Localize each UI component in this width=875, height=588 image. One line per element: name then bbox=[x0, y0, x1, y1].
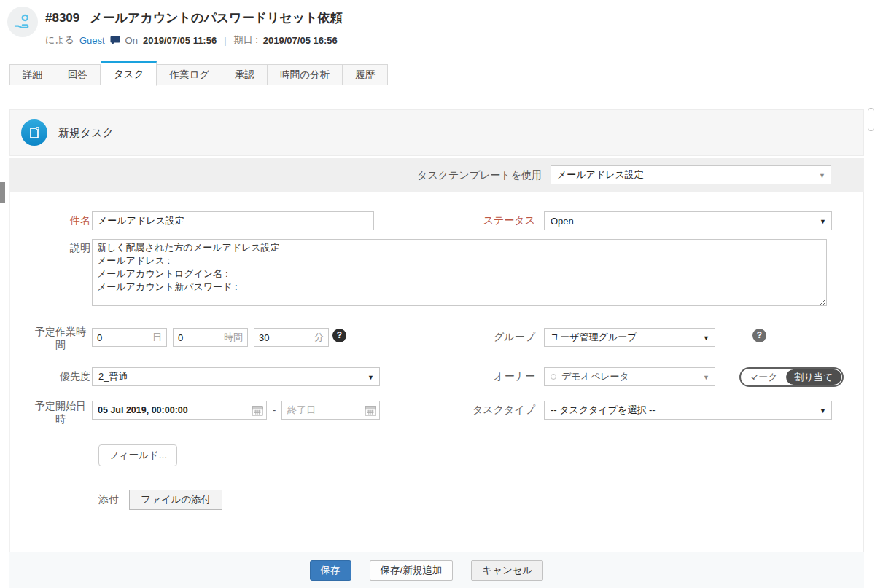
template-band: タスクテンプレートを使用 メールアドレス設定 ▼ bbox=[9, 158, 864, 192]
save-and-add-button[interactable]: 保存/新規追加 bbox=[370, 560, 454, 581]
tab-tasks[interactable]: タスク bbox=[101, 61, 157, 86]
group-label: グループ bbox=[444, 331, 535, 344]
attachment-label: 添付 bbox=[98, 493, 119, 506]
estimated-days-field: 日 bbox=[92, 328, 167, 347]
due-label: 期日 : bbox=[234, 34, 258, 47]
hand-person-icon bbox=[13, 12, 33, 32]
hours-unit-label: 時間 bbox=[224, 331, 247, 344]
presence-offline-icon bbox=[551, 374, 556, 380]
estimated-hours-field: 時間 bbox=[173, 328, 248, 347]
mark-option[interactable]: マーク bbox=[741, 371, 786, 384]
template-label: タスクテンプレートを使用 bbox=[301, 169, 542, 182]
ticket-page: #8309メールアカウントのパスワードリセット依頼 による Guest On 2… bbox=[0, 0, 875, 588]
save-button[interactable]: 保存 bbox=[310, 560, 351, 581]
ticket-id: #8309 bbox=[45, 11, 79, 25]
description-label: 説明 bbox=[23, 242, 90, 255]
requester-link[interactable]: Guest bbox=[79, 35, 105, 46]
page-title: #8309メールアカウントのパスワードリセット依頼 bbox=[45, 9, 343, 26]
tasktype-label: タスクタイプ bbox=[444, 404, 535, 417]
on-label: On bbox=[125, 35, 138, 46]
status-select[interactable]: Open ▼ bbox=[544, 211, 832, 230]
tab-history[interactable]: 履歴 bbox=[343, 64, 388, 85]
estimated-days-input[interactable] bbox=[93, 332, 152, 343]
ticket-meta: による Guest On 2019/07/05 11:56 | 期日 : 201… bbox=[45, 34, 338, 47]
subject-label: 件名 bbox=[23, 214, 90, 227]
estimated-time-help-icon[interactable]: ? bbox=[332, 329, 346, 342]
scheduled-end-input[interactable] bbox=[287, 405, 365, 415]
meta-divider: | bbox=[222, 35, 228, 46]
due-timestamp: 2019/07/05 16:56 bbox=[263, 35, 338, 46]
attach-file-button[interactable]: ファイルの添付 bbox=[129, 490, 222, 510]
side-panel-handle[interactable] bbox=[0, 182, 5, 203]
calendar-icon[interactable] bbox=[252, 405, 263, 416]
tasktype-select[interactable]: -- タスクタイプを選択 -- ▼ bbox=[544, 401, 832, 420]
tab-bar: 詳細 回答 タスク 作業ログ 承認 時間の分析 履歴 bbox=[9, 60, 388, 85]
group-help-icon[interactable]: ? bbox=[752, 329, 766, 342]
status-label: ステータス bbox=[444, 214, 535, 227]
template-select[interactable]: メールアドレス設定 ▼ bbox=[551, 165, 831, 184]
requester-avatar-icon bbox=[7, 7, 38, 37]
form-footer: 保存 保存/新規追加 キャンセル bbox=[9, 552, 864, 588]
tasktype-select-value: -- タスクタイプを選択 -- bbox=[551, 404, 656, 417]
by-label: による bbox=[45, 34, 74, 47]
date-range-separator: - bbox=[273, 404, 276, 415]
priority-label: 優先度 bbox=[23, 370, 90, 383]
new-task-title: 新規タスク bbox=[58, 126, 114, 140]
group-select-value: ユーザ管理グループ bbox=[551, 331, 637, 344]
scheduled-end-field bbox=[281, 401, 380, 420]
owner-label: オーナー bbox=[444, 370, 535, 383]
scrollbar-thumb[interactable] bbox=[868, 108, 874, 131]
owner-select-value: デモオペレータ bbox=[561, 370, 629, 383]
priority-select[interactable]: 2_普通 ▼ bbox=[92, 367, 380, 386]
minutes-unit-label: 分 bbox=[314, 331, 328, 344]
cancel-button[interactable]: キャンセル bbox=[471, 560, 543, 581]
days-unit-label: 日 bbox=[152, 331, 166, 344]
tab-details[interactable]: 詳細 bbox=[9, 64, 55, 85]
scheduled-start-input[interactable] bbox=[98, 405, 252, 415]
chevron-down-icon: ▼ bbox=[368, 374, 374, 381]
chevron-down-icon: ▼ bbox=[820, 407, 826, 415]
priority-select-value: 2_普通 bbox=[98, 370, 128, 383]
chevron-down-icon: ▼ bbox=[703, 334, 709, 342]
owner-select[interactable]: デモオペレータ ▼ bbox=[544, 367, 715, 386]
tab-time-analysis[interactable]: 時間の分析 bbox=[268, 64, 343, 85]
chevron-down-icon: ▼ bbox=[703, 374, 709, 381]
new-task-header: 新規タスク bbox=[9, 109, 864, 156]
assign-option[interactable]: 割り当て bbox=[786, 369, 842, 385]
estimated-minutes-field: 分 bbox=[254, 328, 329, 347]
estimated-hours-input[interactable] bbox=[174, 332, 224, 343]
subject-input[interactable] bbox=[92, 211, 374, 230]
scheduled-start-label: 予定開始日時 bbox=[32, 399, 89, 426]
ticket-subject: メールアカウントのパスワードリセット依頼 bbox=[90, 11, 342, 25]
scheduled-start-field bbox=[92, 401, 267, 420]
task-form: 件名 ステータス Open ▼ 説明 新しく配属された方のメールアドレス設定 メ… bbox=[9, 192, 864, 552]
group-select[interactable]: ユーザ管理グループ ▼ bbox=[544, 328, 715, 347]
document-icon bbox=[28, 126, 41, 140]
tab-reply[interactable]: 回答 bbox=[55, 64, 101, 85]
estimated-time-label: 予定作業時間 bbox=[32, 325, 89, 351]
mark-assign-toggle: マーク 割り当て bbox=[739, 367, 844, 387]
tab-approvals[interactable]: 承認 bbox=[222, 64, 268, 85]
chevron-down-icon: ▼ bbox=[819, 172, 825, 179]
status-select-value: Open bbox=[551, 216, 574, 227]
comment-bubble-icon[interactable] bbox=[110, 36, 120, 45]
tab-worklog[interactable]: 作業ログ bbox=[157, 64, 222, 85]
description-textarea[interactable]: 新しく配属された方のメールアドレス設定 メールアドレス : メールアカウントログ… bbox=[92, 239, 827, 306]
estimated-minutes-input[interactable] bbox=[254, 332, 314, 343]
fields-button[interactable]: フィールド... bbox=[98, 444, 177, 466]
template-select-value: メールアドレス設定 bbox=[557, 168, 644, 181]
new-task-icon bbox=[21, 119, 47, 146]
calendar-icon[interactable] bbox=[365, 405, 376, 416]
chevron-down-icon: ▼ bbox=[820, 218, 826, 225]
created-timestamp: 2019/07/05 11:56 bbox=[143, 35, 217, 46]
